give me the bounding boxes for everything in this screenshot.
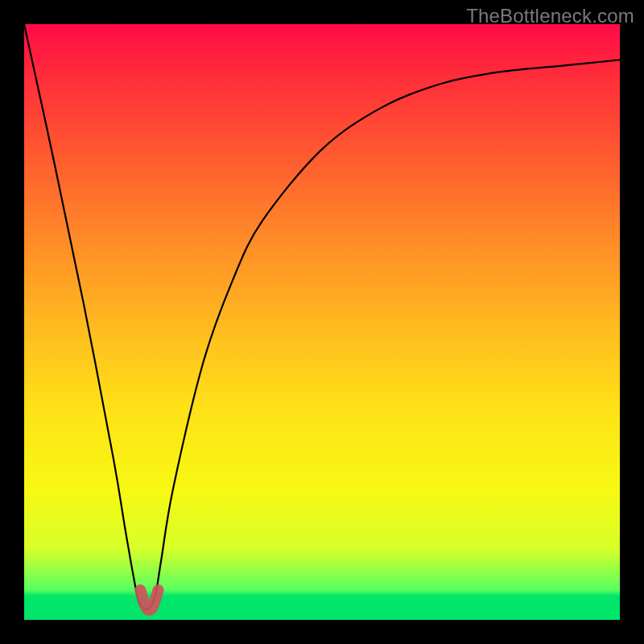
plot-area xyxy=(24,24,620,620)
min-marker-stroke xyxy=(140,590,158,610)
curve-layer xyxy=(24,24,620,620)
chart-frame: TheBottleneck.com xyxy=(0,0,644,644)
bottleneck-curve xyxy=(24,24,620,609)
min-marker xyxy=(140,590,158,610)
